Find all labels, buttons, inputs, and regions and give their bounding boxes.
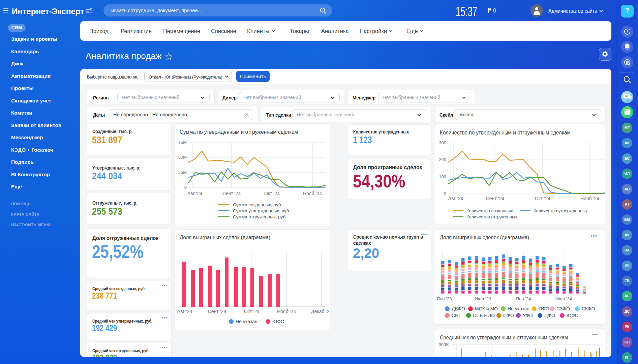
svg-text:Сумма отгруженных, руб.: Сумма отгруженных, руб. (233, 214, 287, 219)
svg-text:ДВФО: ДВФО (452, 306, 465, 311)
svg-text:0: 0 (444, 191, 446, 196)
svg-text:Средний чек по утвержденным и: Средний чек по утвержденным и отгруженны… (440, 334, 568, 340)
svg-text:МСК и МО: МСК и МО (475, 306, 498, 311)
svg-text:25M: 25M (178, 170, 187, 175)
svg-text:50M: 50M (178, 155, 187, 160)
svg-text:Количество созданных: Количество созданных (466, 208, 513, 213)
svg-text:Сент ‘24: Сент ‘24 (486, 196, 505, 201)
svg-text:Июл '23: Июл '23 (475, 296, 491, 301)
svg-text:Авг ‘24: Авг ‘24 (177, 309, 192, 314)
svg-text:Нояб ‘24: Нояб ‘24 (580, 196, 599, 201)
svg-text:ЮФО: ЮФО (272, 319, 284, 324)
svg-text:Не указан: Не указан (508, 306, 529, 311)
svg-text:300: 300 (439, 140, 446, 145)
svg-text:Окт ‘24: Окт ‘24 (264, 191, 280, 196)
svg-text:ЦФО: ЦФО (544, 313, 555, 318)
svg-text:Нояб ‘24: Нояб ‘24 (303, 191, 322, 196)
svg-text:100: 100 (439, 174, 446, 179)
svg-text:Сумма по утвержденным и отгруж: Сумма по утвержденным и отгруженным сдел… (180, 129, 298, 135)
svg-text:Количество по утвержденным и о: Количество по утвержденным и отгруженным… (440, 129, 571, 136)
svg-text:Не указан: Не указан (236, 319, 257, 324)
svg-text:Янв '23: Янв '23 (436, 296, 452, 301)
svg-text:ПФО: ПФО (539, 306, 549, 311)
svg-text:Нояб ‘24: Нояб ‘24 (277, 309, 296, 314)
svg-text:•••: ••• (591, 233, 597, 239)
svg-text:Янв '24: Янв '24 (516, 296, 531, 301)
svg-text:Сумма утвержденных, руб.: Сумма утвержденных, руб. (233, 208, 290, 213)
svg-text:Окт ‘24: Окт ‘24 (535, 196, 550, 201)
svg-text:200: 200 (439, 157, 446, 162)
svg-text:Доля выигранных сделок (диагра: Доля выигранных сделок (диаграмма) (440, 234, 529, 241)
svg-text:Количество отгруженных: Количество отгруженных (466, 214, 517, 219)
svg-text:Сумма созданных, руб.: Сумма созданных, руб. (233, 202, 282, 207)
svg-text:Декаб ‘24: Декаб ‘24 (311, 309, 330, 314)
svg-text:300K: 300K (439, 342, 449, 347)
svg-text:СНГ: СНГ (452, 313, 461, 318)
svg-text:Сент ‘24: Сент ‘24 (208, 309, 226, 314)
svg-text:ЮФО: ЮФО (567, 313, 579, 318)
svg-text:Окт ‘24: Окт ‘24 (244, 309, 260, 314)
svg-text:СКФО: СКФО (582, 306, 595, 311)
svg-text:Количество утвержденных: Количество утвержденных (534, 208, 588, 213)
svg-text:Доля выигранных сделок (диагра: Доля выигранных сделок (диаграмма) (180, 234, 270, 241)
svg-text:Июл '24: Июл '24 (556, 296, 572, 301)
svg-text:УФО: УФО (523, 313, 533, 318)
svg-text:Сент ‘24: Сент ‘24 (222, 191, 241, 196)
svg-text:•••: ••• (592, 332, 598, 337)
svg-text:СЗФО: СЗФО (556, 306, 570, 311)
svg-text:СФО: СФО (503, 313, 514, 318)
svg-text:СПБ и ЛО: СПБ и ЛО (473, 313, 495, 318)
svg-text:75M: 75M (178, 140, 187, 145)
svg-text:Авг ‘24: Авг ‘24 (187, 191, 203, 196)
svg-text:Авг ‘24: Авг ‘24 (448, 196, 463, 201)
svg-text:0: 0 (184, 185, 187, 190)
